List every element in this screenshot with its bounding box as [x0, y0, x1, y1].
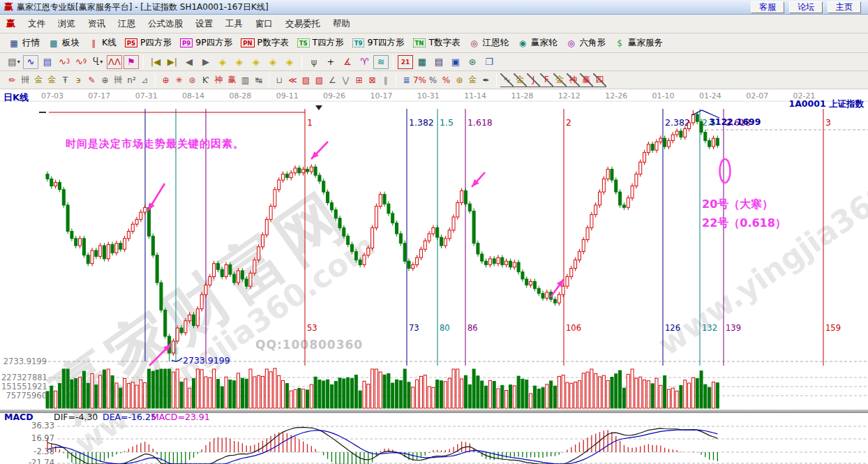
tool-gold-grid-2[interactable]: 金	[45, 73, 59, 87]
menu-item-gann[interactable]: 江恩	[112, 18, 142, 30]
tool-notepad[interactable]: ▤	[431, 55, 447, 69]
tool-j-slash[interactable]: J	[527, 73, 540, 87]
menu-item-window[interactable]: 窗口	[249, 18, 279, 30]
toolbar-item-9p-square[interactable]: P9 9P四方形	[180, 37, 232, 49]
tool-protractor[interactable]: ⊿	[138, 73, 151, 87]
tool-fractal[interactable]: ≋	[373, 55, 389, 69]
toolbar-item-label: T数字表	[428, 37, 460, 49]
tool-gann-grid[interactable]: ⊞	[352, 73, 366, 87]
tool-k-note[interactable]: Ƙ	[199, 73, 212, 87]
tool-zoom-left[interactable]: ◈	[215, 55, 230, 69]
toolbar-item-p-number-table[interactable]: PN P数字表	[241, 37, 288, 49]
tool-crosshair[interactable]: +	[323, 55, 338, 69]
menu-item-file[interactable]: 文件	[22, 18, 52, 30]
tool-go-first[interactable]: |◀	[148, 55, 163, 69]
toolbar-item-gann-wheel[interactable]: ◎ 江恩轮	[469, 37, 509, 49]
tool-ying-tool[interactable]: 赢	[225, 73, 239, 87]
menu-item-news[interactable]: 资讯	[82, 18, 112, 30]
tool-draw-mark[interactable]: ✎	[85, 73, 98, 87]
tool-retrace-percent[interactable]: 7%	[413, 73, 426, 87]
tool-export-web[interactable]: ⊛	[465, 55, 480, 69]
tool-percent[interactable]: %	[426, 73, 440, 87]
tool-angle-tool[interactable]: ∡	[340, 55, 355, 69]
tool-gold-line[interactable]: 金	[466, 73, 479, 87]
tool-shen-tool[interactable]: 神	[212, 73, 225, 87]
tool-fan[interactable]: ≪	[286, 73, 299, 87]
tool-pencil[interactable]: ✏	[6, 73, 19, 87]
tool-fan-box-2[interactable]: ▧	[313, 73, 326, 87]
tool-pattern[interactable]: ΛΛ	[107, 55, 122, 69]
tool-gold-grid[interactable]: 金	[32, 73, 45, 87]
tool-candle-style[interactable]: Ⴁ	[90, 55, 105, 69]
tool-pan-hand[interactable]: ψ	[306, 55, 322, 69]
tool-gold-slash-2[interactable]: 金	[553, 73, 567, 87]
tool-gold-circle[interactable]: ⊛	[453, 73, 466, 87]
tool-calculator[interactable]: ▦	[414, 55, 430, 69]
tool-go-last[interactable]: ▶|	[165, 55, 180, 69]
tool-gold-slash[interactable]: 金	[514, 73, 527, 87]
menu-item-formula-stock-pick[interactable]: 公式选股	[142, 18, 189, 30]
tool-info-panel[interactable]: ▤	[40, 55, 55, 69]
tool-wave-9[interactable]: ∿9	[73, 55, 89, 69]
tool-ray-star[interactable]: ✳	[172, 73, 186, 87]
tool-step-forward[interactable]: ▶	[198, 55, 214, 69]
tool-wave-3[interactable]: ∿3	[57, 55, 72, 69]
menu-item-browse[interactable]: 浏览	[52, 18, 82, 30]
toolbar-item-winner-service[interactable]: $ 赢家服务	[614, 37, 663, 49]
tool-grid-2[interactable]: 卌	[112, 73, 125, 87]
toolbar-item-t-number-table[interactable]: TN T数字表	[413, 37, 461, 49]
toolbar-item-kline[interactable]: ∥ K线	[88, 37, 117, 49]
toolbar-item-t-square[interactable]: TS T四方形	[297, 37, 344, 49]
tool-spiral[interactable]: ϶	[72, 73, 85, 87]
tool-compress[interactable]: ◈	[282, 55, 297, 69]
tool-f-slash[interactable]: F	[540, 73, 553, 87]
tool-ruler[interactable]: ▥	[239, 73, 252, 87]
tool-zigzag-chart[interactable]: ∿	[23, 55, 38, 69]
tool-square-of-nine[interactable]: n²	[125, 73, 138, 87]
tool-percent-line[interactable]: %	[440, 73, 453, 87]
tool-zoom-right[interactable]: ◈	[232, 55, 247, 69]
toolbar-item-quotes[interactable]: ▦ 行情	[8, 37, 40, 49]
tool-angle-set[interactable]: ∠	[326, 73, 339, 87]
tool-f-grid[interactable]: Ŧ	[59, 73, 72, 87]
tool-gann-grid-2[interactable]: ⊠	[366, 73, 379, 87]
tool-chart-type[interactable]: ▤	[6, 55, 22, 69]
toolbar-item-blocks[interactable]: ▩ 板块	[48, 37, 80, 49]
tool-box-select[interactable]: ⊔	[273, 73, 286, 87]
tool-grid[interactable]: 卌	[19, 73, 32, 87]
tool-si-slash[interactable]: 四	[593, 73, 606, 87]
tool-ying-slash[interactable]: 赢	[580, 73, 593, 87]
titlebar-button-home[interactable]: 主页	[828, 1, 861, 13]
toolbar-item-winner-wheel[interactable]: ◉ 赢家轮	[517, 37, 558, 49]
tool-spider-web[interactable]: ⊛	[186, 73, 199, 87]
toolbar-item-p-square[interactable]: PS P四方形	[125, 37, 172, 49]
tool-save[interactable]: ▣	[448, 55, 463, 69]
tool-fan-box[interactable]: ▨	[299, 73, 313, 87]
menu-item-tools[interactable]: 工具	[219, 18, 249, 30]
tool-step-back[interactable]: ◀	[181, 55, 197, 69]
toolbar-item-hexagon[interactable]: ◎ 六角形	[566, 37, 606, 49]
menu-item-trade-order[interactable]: 交易委托	[279, 18, 327, 30]
tool-zoom-horizontal[interactable]: ◈	[248, 55, 264, 69]
tool-shen-slash[interactable]: 神	[567, 73, 580, 87]
tool-calendar[interactable]: 21	[398, 55, 413, 69]
tool-zigzag-tool[interactable]: ⋁	[339, 73, 352, 87]
tool-trade-truck[interactable]: ❒	[481, 55, 497, 69]
tool-flag[interactable]: ⚑	[124, 55, 139, 69]
tool-time-circle[interactable]: ⊕	[98, 73, 112, 87]
tool-wave-slash[interactable]: ∿	[500, 73, 514, 87]
titlebar-button-forum[interactable]: 论坛	[789, 1, 823, 13]
tool-measure-span[interactable]: ↹	[252, 73, 265, 87]
tool-gann-shape[interactable]: ♈	[357, 55, 372, 69]
tool-zoom-all[interactable]: ◈	[265, 55, 280, 69]
tool-target-circle[interactable]: ⊕	[159, 73, 172, 87]
menu-item-settings[interactable]: 设置	[189, 18, 219, 30]
tool-levels[interactable]: ≣	[400, 73, 413, 87]
menu-item-help[interactable]: 帮助	[327, 18, 357, 30]
toolbar-item-9t-square[interactable]: T9 9T四方形	[352, 37, 405, 49]
tool-parallel[interactable]: ∥	[379, 73, 392, 87]
toolbar-icon: T9	[352, 38, 365, 47]
svg-text:09-11: 09-11	[276, 91, 299, 100]
titlebar-button-service[interactable]: 客服	[751, 1, 784, 13]
tool-marker-pen[interactable]: ✒	[479, 73, 493, 87]
